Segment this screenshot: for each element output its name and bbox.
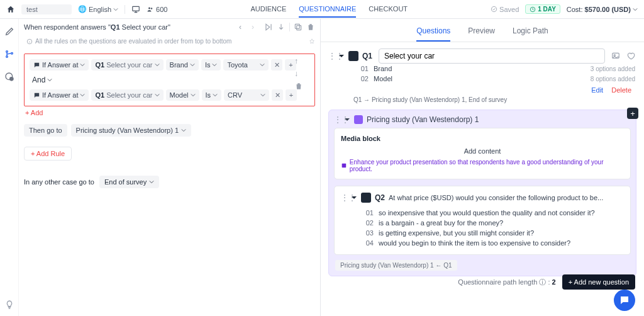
chevron-down-icon bbox=[260, 62, 265, 67]
field-select[interactable]: Model bbox=[166, 89, 199, 101]
question-select[interactable]: Q1 Select your car bbox=[91, 89, 163, 101]
tab-questionnaire[interactable]: QUESTIONNAIRE bbox=[299, 5, 356, 18]
add-rule-button[interactable]: + Add Rule bbox=[24, 147, 72, 161]
option-row: 02is a bargain - a great buy for the mon… bbox=[362, 218, 624, 228]
svg-point-2 bbox=[151, 8, 153, 9]
pricing-title: Pricing study (Van Westendorp) 1 bbox=[367, 115, 479, 124]
svg-point-14 bbox=[614, 55, 615, 56]
caret-down-icon[interactable] bbox=[344, 116, 350, 123]
add-condition-link[interactable]: + Add bbox=[24, 106, 315, 116]
question-select[interactable]: Q1 Select your car bbox=[91, 59, 163, 71]
option-row[interactable]: 02 Model 8 options added bbox=[353, 74, 635, 84]
field-select[interactable]: Brand bbox=[166, 59, 199, 71]
screen-icon[interactable] bbox=[131, 5, 140, 14]
branch-icon[interactable] bbox=[4, 49, 14, 59]
language-label: English bbox=[89, 6, 111, 13]
option-row: 01so inexpensive that you would question… bbox=[362, 208, 624, 218]
copy-icon[interactable] bbox=[294, 23, 303, 31]
chevron-down-icon bbox=[190, 62, 195, 67]
chevron-right-icon[interactable]: › bbox=[252, 23, 260, 31]
q2-card: ⋮⋮ Q2 At what price ($USD) would you con… bbox=[334, 186, 631, 255]
chevron-down-icon bbox=[260, 93, 265, 98]
chat-icon bbox=[33, 92, 40, 99]
remove-condition-button[interactable]: ✕ bbox=[272, 89, 283, 101]
q2-code: Q2 bbox=[375, 193, 385, 202]
chevron-left-icon[interactable]: ‹ bbox=[239, 23, 248, 31]
if-answer-select[interactable]: If Answer at bbox=[30, 59, 89, 71]
conjunction-select[interactable]: And bbox=[30, 76, 309, 84]
tab-logic-path[interactable]: Logic Path bbox=[513, 26, 548, 42]
trash-icon[interactable] bbox=[306, 23, 315, 31]
svg-point-9 bbox=[9, 77, 14, 81]
rule-group: If Answer at Q1 Select your car Brand Is… bbox=[24, 54, 315, 106]
media-block-label: Media block bbox=[341, 135, 624, 142]
question-title-input[interactable] bbox=[379, 48, 605, 64]
language-select[interactable]: 🌐 English bbox=[78, 5, 118, 13]
option-row: 04would you begin to think the item is t… bbox=[362, 238, 624, 248]
arrow-down-icon[interactable] bbox=[277, 23, 286, 31]
value-select[interactable]: CRV bbox=[224, 89, 269, 101]
if-answer-select[interactable]: If Answer at bbox=[30, 89, 89, 101]
other-case-label: In any other case go to bbox=[24, 178, 94, 186]
svg-point-1 bbox=[148, 7, 150, 9]
add-block-button[interactable]: + bbox=[627, 108, 638, 119]
home-icon[interactable] bbox=[6, 5, 15, 14]
chevron-down-icon bbox=[155, 93, 160, 98]
path-length-label: Questionnaire path length ⓘ : 2 bbox=[458, 278, 555, 287]
option-row[interactable]: 01 Brand 3 options added bbox=[353, 64, 635, 74]
delete-link[interactable]: Delete bbox=[611, 86, 631, 94]
svg-point-7 bbox=[11, 52, 13, 54]
remove-condition-button[interactable]: ✕ bbox=[271, 59, 282, 71]
tab-checkout[interactable]: CHECKOUT bbox=[369, 5, 408, 13]
drag-handle-icon[interactable]: ⋮⋮ bbox=[341, 193, 347, 202]
operator-select[interactable]: Is bbox=[202, 89, 222, 101]
other-goto-select[interactable]: End of survey bbox=[99, 176, 159, 188]
pin-icon[interactable] bbox=[309, 38, 315, 45]
info-icon bbox=[341, 162, 347, 169]
svg-rect-10 bbox=[297, 26, 301, 30]
chat-fab[interactable] bbox=[614, 290, 635, 311]
tab-audience[interactable]: AUDIENCE bbox=[250, 5, 286, 13]
add-content-button[interactable]: Add content bbox=[341, 147, 624, 155]
move-down-icon[interactable]: ↓ bbox=[294, 69, 303, 78]
duration-badge: 1 DAY bbox=[525, 4, 560, 14]
operator-select[interactable]: Is bbox=[201, 59, 221, 71]
chevron-down-icon bbox=[47, 77, 52, 82]
pricing-study-card: + ⋮⋮ Pricing study (Van Westendorp) 1 Me… bbox=[328, 110, 636, 276]
drag-handle-icon[interactable]: ⋮⋮ bbox=[334, 115, 340, 124]
chevron-down-icon bbox=[149, 179, 154, 184]
chevron-down-icon bbox=[181, 128, 186, 133]
caret-down-icon[interactable] bbox=[338, 53, 345, 59]
project-name[interactable]: test bbox=[21, 4, 72, 14]
pricing-icon bbox=[354, 115, 363, 124]
logic-heading: When respondent answers "Q1 Select your … bbox=[24, 23, 170, 31]
svg-point-3 bbox=[491, 6, 496, 11]
info-icon bbox=[26, 38, 33, 45]
q2-title: At what price ($USD) would you consider … bbox=[389, 194, 603, 201]
caret-down-icon[interactable] bbox=[351, 195, 357, 201]
sample-size[interactable]: 600 bbox=[147, 6, 167, 13]
tab-questions[interactable]: Questions bbox=[416, 26, 450, 42]
tab-preview[interactable]: Preview bbox=[468, 26, 495, 42]
goto-select[interactable]: Pricing study (Van Westendorp) 1 bbox=[71, 124, 191, 137]
edit-link[interactable]: Edit bbox=[591, 86, 603, 94]
heart-icon[interactable] bbox=[626, 52, 635, 60]
chevron-down-icon bbox=[80, 62, 85, 67]
drag-handle-icon[interactable]: ⋮⋮ bbox=[328, 52, 335, 60]
option-row: 03is getting expensive, but you still mi… bbox=[362, 228, 624, 238]
cost-display[interactable]: Cost: $570.00 (USD) bbox=[567, 6, 638, 13]
image-icon[interactable] bbox=[611, 52, 620, 60]
lightbulb-icon[interactable] bbox=[4, 300, 14, 310]
saved-status: Saved bbox=[491, 6, 519, 13]
pencil-icon[interactable] bbox=[4, 26, 14, 37]
clock-icon bbox=[530, 6, 536, 13]
move-up-icon[interactable]: ↑ bbox=[294, 57, 303, 65]
trash-icon[interactable] bbox=[294, 82, 303, 91]
question-path: Q1 → Pricing study (Van Westendorp) 1, E… bbox=[353, 96, 635, 103]
globe-badge-icon[interactable] bbox=[4, 72, 14, 82]
value-select[interactable]: Toyota bbox=[223, 59, 269, 71]
condition-row: If Answer at Q1 Select your car Brand Is… bbox=[30, 59, 309, 71]
add-question-button[interactable]: + Add new question bbox=[562, 274, 635, 290]
skip-icon[interactable] bbox=[264, 23, 273, 31]
add-condition-button[interactable]: + bbox=[286, 89, 297, 101]
